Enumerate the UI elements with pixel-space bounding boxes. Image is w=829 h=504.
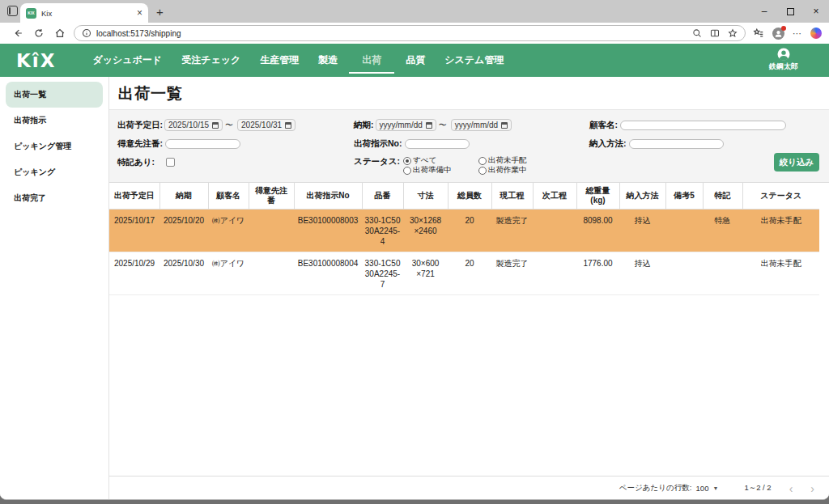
empty-area <box>109 295 829 476</box>
favorite-star-icon[interactable] <box>728 28 738 38</box>
table-cell: 製造完了 <box>491 210 533 252</box>
status-radio[interactable]: 出荷準備中 <box>403 166 478 175</box>
home-icon[interactable] <box>54 28 66 39</box>
site-info-icon[interactable] <box>82 28 91 38</box>
status-radio[interactable]: すべて <box>403 156 478 165</box>
ship-date-to-input[interactable]: 2025/10/31 <box>237 119 295 131</box>
range-separator: 〜 <box>439 120 447 131</box>
customer-label: 顧客名: <box>589 120 618 131</box>
table-cell: 30×600 ×721 <box>403 252 448 295</box>
ship-date-from-input[interactable]: 2025/10/15 <box>164 119 223 131</box>
delivery-date-from-input[interactable]: yyyy/mm/dd <box>376 119 436 131</box>
user-menu[interactable]: 鉄鋼太郎 <box>769 47 798 72</box>
table-cell <box>665 210 703 252</box>
column-header[interactable]: 寸法 <box>403 183 448 210</box>
tab-layout-icon[interactable] <box>7 6 18 16</box>
column-header[interactable]: 現工程 <box>491 183 533 210</box>
table-cell: 出荷未手配 <box>742 252 819 295</box>
table-cell <box>533 210 576 252</box>
table-cell: 20 <box>448 210 491 252</box>
sidebar: 出荷一覧出荷指示ピッキング管理ピッキング出荷完了 <box>0 77 109 500</box>
cust-order-input[interactable] <box>165 139 240 149</box>
status-radio[interactable]: 出荷作業中 <box>478 166 554 175</box>
browser-tab[interactable]: KIX Kix × <box>20 3 148 23</box>
status-label: ステータス: <box>354 156 400 167</box>
search-icon[interactable] <box>692 28 702 38</box>
column-header[interactable]: 納期 <box>159 183 208 210</box>
delivery-method-input[interactable] <box>629 139 724 149</box>
table-row[interactable]: 2025/10/292025/10/30㈱アイワBE30100008004330… <box>109 252 819 295</box>
maximize-button[interactable] <box>777 0 803 23</box>
browser-menu-icon[interactable]: ⋯ <box>793 28 802 39</box>
minimize-button[interactable]: – <box>751 0 777 23</box>
filter-panel: 出荷予定日: 2025/10/15 〜 2025/10/31 得意先注番: 特記… <box>109 110 829 183</box>
special-checkbox[interactable] <box>166 158 175 167</box>
sidebar-item[interactable]: 出荷指示 <box>6 108 103 133</box>
nav-item[interactable]: システム管理 <box>435 44 513 77</box>
filter-button[interactable]: 絞り込み <box>774 153 819 172</box>
pagination-footer: ページあたりの行数: 100 ▼ 1～2 / 2 ‹ › <box>109 476 829 500</box>
new-tab-button[interactable]: + <box>156 8 164 16</box>
table-cell: 特急 <box>703 210 742 252</box>
nav-item[interactable]: 品質 <box>396 44 435 77</box>
user-icon <box>776 47 791 61</box>
table-row[interactable]: 2025/10/172025/10/20㈱アイワBE30100008003330… <box>109 210 819 252</box>
calendar-icon[interactable] <box>285 122 291 129</box>
column-header[interactable]: 出荷予定日 <box>109 183 159 210</box>
favorites-bar-icon[interactable] <box>753 28 764 39</box>
column-header[interactable]: 特記 <box>703 183 742 210</box>
table-cell: 2025/10/30 <box>159 252 208 295</box>
sidebar-item[interactable]: ピッキング管理 <box>6 133 103 159</box>
calendar-icon[interactable] <box>212 122 219 129</box>
browser-addressbar: localhost:5173/shipping ⋯ <box>0 23 829 44</box>
prev-page-button[interactable]: ‹ <box>789 483 793 494</box>
table-cell <box>249 252 294 295</box>
table-cell: 330-1C50 30A2245-4 <box>362 210 403 252</box>
address-input[interactable]: localhost:5173/shipping <box>74 25 746 41</box>
url-text[interactable]: localhost:5173/shipping <box>96 29 692 38</box>
column-header[interactable]: 次工程 <box>533 183 576 210</box>
user-name: 鉄鋼太郎 <box>769 61 798 72</box>
nav-item[interactable]: 製造 <box>308 44 347 77</box>
customer-input[interactable] <box>620 121 786 130</box>
column-header[interactable]: 品番 <box>362 183 403 210</box>
status-radio[interactable]: 出荷未手配 <box>478 156 554 165</box>
calendar-icon[interactable] <box>501 122 508 129</box>
sidebar-item[interactable]: ピッキング <box>6 159 103 185</box>
nav-item[interactable]: 受注チェック <box>172 44 250 77</box>
rows-per-page-select[interactable]: 100 <box>696 484 709 493</box>
nav-item[interactable]: ダッシュボード <box>83 44 172 77</box>
table-cell <box>249 210 294 252</box>
nav-item[interactable]: 出荷 <box>347 44 396 77</box>
split-screen-icon[interactable] <box>710 28 720 38</box>
table-cell <box>665 252 703 295</box>
browser-profile-avatar[interactable] <box>772 28 784 40</box>
delivery-date-to-input[interactable]: yyyy/mm/dd <box>451 119 512 131</box>
sidebar-item[interactable]: 出荷一覧 <box>6 82 103 108</box>
close-button[interactable]: × <box>803 0 829 23</box>
tab-close-icon[interactable]: × <box>137 7 142 19</box>
back-icon[interactable] <box>12 28 23 39</box>
next-page-button[interactable]: › <box>810 483 814 494</box>
column-header[interactable]: 得意先注 番 <box>249 183 294 210</box>
column-header[interactable]: 総員数 <box>448 183 491 210</box>
instruction-no-input[interactable] <box>405 139 470 149</box>
copilot-icon[interactable] <box>810 28 822 39</box>
sidebar-item[interactable]: 出荷完了 <box>6 185 103 211</box>
column-header[interactable]: ステータス <box>742 183 819 210</box>
nav-item[interactable]: 生産管理 <box>250 44 308 77</box>
app-logo[interactable]: KîX <box>16 50 56 71</box>
column-header[interactable]: 納入方法 <box>619 183 665 210</box>
column-header[interactable]: 顧客名 <box>208 183 249 210</box>
column-header[interactable]: 出荷指示No <box>294 183 362 210</box>
table-cell: ㈱アイワ <box>208 210 249 252</box>
table-cell: 330-1C50 30A2245-7 <box>362 252 403 295</box>
calendar-icon[interactable] <box>426 122 432 129</box>
table-cell: 2025/10/20 <box>159 210 208 252</box>
column-header[interactable]: 総重量 (kg) <box>576 183 619 210</box>
browser-titlebar: KIX Kix × + – × <box>0 0 829 23</box>
chevron-down-icon[interactable]: ▼ <box>712 485 718 491</box>
column-header[interactable]: 備考5 <box>665 183 703 210</box>
refresh-icon[interactable] <box>33 28 45 39</box>
table-cell: 30×1268 ×2460 <box>403 210 448 252</box>
